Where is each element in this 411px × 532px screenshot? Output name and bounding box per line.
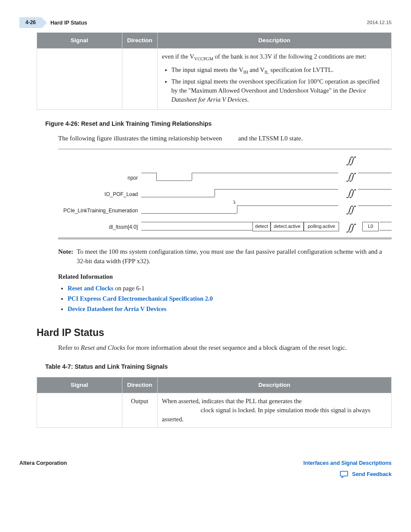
timing-row-npor: npor ∬ [58, 170, 392, 187]
list-item: Device Datasheet for Arria V Devices [68, 305, 392, 314]
signal-label: IO_POF_Load [58, 191, 141, 198]
cell-description: even if the VVCCPGM of the bank is not 3… [157, 48, 391, 109]
state-detect: detect [252, 222, 271, 231]
desc-list: The input signal meets the VIH and VIL s… [162, 65, 387, 104]
related-info-heading: Related Information [58, 272, 392, 281]
link-device-datasheet[interactable]: Device Datasheet for Arria V Devices [68, 305, 166, 312]
note-label: Note: [58, 247, 73, 266]
cell-direction: Output [122, 393, 157, 427]
list-item: The input signal meets the VIH and VIL s… [171, 65, 387, 75]
feedback-icon[interactable] [340, 470, 349, 478]
signal-label: dl_ltssm[4:0] [58, 224, 141, 231]
note-block: Note: To meet the 100 ms system configur… [58, 247, 392, 266]
th-description: Description [157, 377, 391, 393]
list-item: PCI Express Card Electromechanical Speci… [68, 294, 392, 303]
th-signal: Signal [37, 33, 122, 49]
table-header-row: Signal Direction Description [37, 377, 392, 393]
arrow-icon [42, 18, 47, 28]
state-detect-active: detect.active [271, 222, 304, 231]
timing-row-pcie-link: PCIe_LinkTraining_Enumeration ∬ ↴ [58, 203, 392, 219]
state-polling-active: polling.active [304, 222, 339, 231]
cell-signal [37, 48, 122, 109]
timing-row-dl-ltssm: dl_ltssm[4:0] detect detect.active polli… [58, 219, 392, 236]
table-header-row: Signal Direction Description [37, 33, 392, 49]
figure-caption: Figure 4-26: Reset and Link Training Tim… [45, 119, 392, 128]
signal-label: PCIe_LinkTraining_Enumeration [58, 207, 141, 215]
signal-table-2: Signal Direction Description Output When… [37, 377, 392, 428]
note-text: To meet the 100 ms system configuration … [77, 247, 392, 266]
timing-diagram: ∬ npor ∬ IO_POF_Load ∬ PCIe_LinkTraining… [58, 149, 392, 240]
table-caption: Table 4-7: Status and Link Training Sign… [45, 362, 392, 371]
arrow-icon: ↴ [232, 199, 236, 206]
header-title: Hard IP Status [50, 19, 87, 27]
break-icon: ∬ [346, 203, 352, 217]
timing-row-io-pof-load: IO_POF_Load ∬ [58, 187, 392, 203]
list-item: Reset and Clocks on page 6-1 [68, 284, 392, 293]
section-paragraph: Refer to Reset and Clocks for more infor… [58, 343, 392, 353]
cell-description: When asserted, indicates that the PLL th… [157, 393, 391, 427]
feedback-row: Send Feedback [303, 470, 392, 478]
th-direction: Direction [122, 377, 157, 393]
list-item: The input signal meets the overshoot spe… [171, 77, 387, 104]
th-signal: Signal [37, 377, 122, 393]
break-icon: ∬ [346, 221, 352, 235]
th-description: Description [157, 33, 391, 49]
section-heading-hard-ip-status: Hard IP Status [37, 326, 392, 340]
state-l0: L0 [362, 222, 379, 231]
footer-right: Interfaces and Signal Descriptions Send … [303, 459, 392, 478]
break-icon: ∬ [346, 187, 352, 200]
page-footer: Altera Corporation Interfaces and Signal… [19, 456, 392, 478]
desc-intro: even if the VVCCPGM of the bank is not 3… [162, 53, 367, 60]
signal-label: npor [58, 174, 141, 182]
break-icon: ∬ [346, 154, 352, 168]
page-tab: 4-26 Hard IP Status [19, 17, 87, 28]
cell-direction [122, 48, 157, 109]
break-icon: ∬ [346, 170, 352, 184]
th-direction: Direction [122, 33, 157, 49]
link-pci-spec[interactable]: PCI Express Card Electromechanical Speci… [68, 295, 213, 302]
link-interfaces[interactable]: Interfaces and Signal Descriptions [303, 460, 392, 466]
figure-intro: The following figure illustrates the tim… [58, 134, 392, 143]
cell-signal [37, 393, 122, 427]
link-send-feedback[interactable]: Send Feedback [352, 470, 392, 478]
footer-left: Altera Corporation [19, 459, 67, 478]
page-header: 4-26 Hard IP Status 2014.12.15 [19, 17, 392, 28]
related-info-list: Reset and Clocks on page 6-1 PCI Express… [68, 284, 392, 314]
signal-table-1: Signal Direction Description even if the… [37, 32, 392, 110]
timing-row-spacer: ∬ [58, 154, 392, 170]
link-reset-clocks[interactable]: Reset and Clocks [68, 285, 113, 292]
page-number: 4-26 [19, 17, 42, 28]
table-row: Output When asserted, indicates that the… [37, 393, 392, 427]
header-date: 2014.12.15 [367, 19, 392, 26]
table-row: even if the VVCCPGM of the bank is not 3… [37, 48, 392, 109]
